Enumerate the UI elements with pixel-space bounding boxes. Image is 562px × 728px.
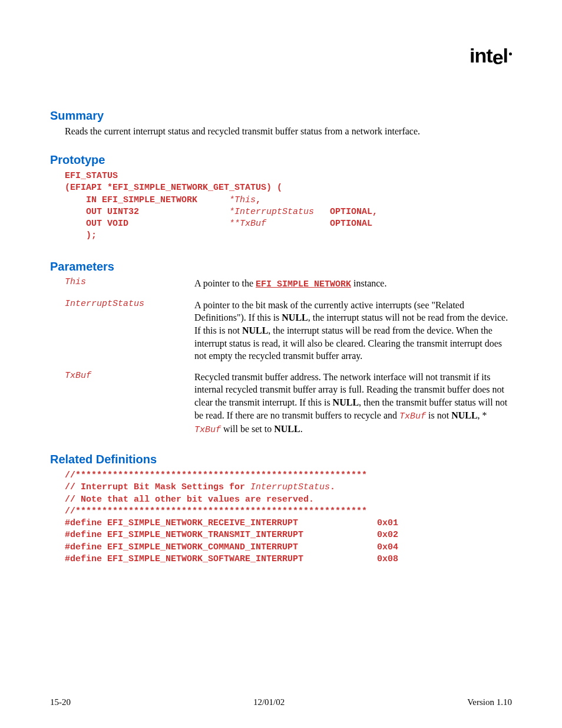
param-row: This A pointer to the EFI_SIMPLE_NETWORK…: [65, 277, 512, 291]
param-row: InterruptStatus A pointer to the bit mas…: [65, 299, 512, 363]
definitions-code: //**************************************…: [65, 470, 512, 565]
related-heading: Related Definitions: [50, 453, 512, 466]
footer: 15-20 12/01/02 Version 1.10: [50, 697, 512, 707]
param-name: TxBuf: [65, 371, 194, 381]
param-name: This: [65, 277, 194, 287]
param-desc: Recycled transmit buffer address. The ne…: [194, 371, 512, 436]
footer-version: Version 1.10: [467, 697, 512, 707]
parameters-heading: Parameters: [50, 260, 512, 274]
param-name: InterruptStatus: [65, 299, 194, 309]
prototype-heading: Prototype: [50, 153, 512, 167]
footer-page: 15-20: [50, 697, 71, 707]
param-row: TxBuf Recycled transmit buffer address. …: [65, 371, 512, 436]
summary-heading: Summary: [50, 109, 512, 123]
param-desc: A pointer to the EFI_SIMPLE_NETWORK inst…: [194, 277, 512, 291]
summary-text: Reads the current interrupt status and r…: [65, 126, 512, 137]
prototype-code: EFI_STATUS (EFIAPI *EFI_SIMPLE_NETWORK_G…: [65, 170, 512, 242]
footer-date: 12/01/02: [253, 697, 285, 707]
param-desc: A pointer to the bit mask of the current…: [194, 299, 512, 363]
intel-logo: intel: [470, 44, 512, 67]
parameters-table: This A pointer to the EFI_SIMPLE_NETWORK…: [65, 277, 512, 437]
